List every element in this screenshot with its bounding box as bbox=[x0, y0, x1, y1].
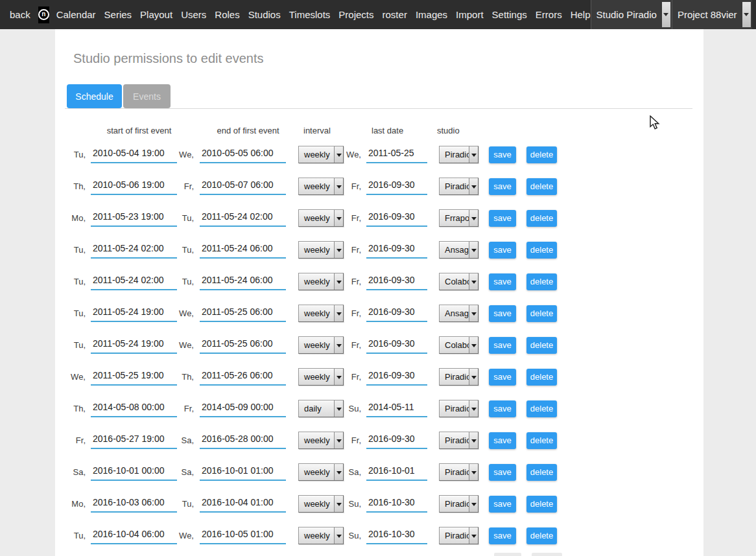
delete-button[interactable]: delete bbox=[526, 273, 557, 290]
tab-events[interactable]: Events bbox=[123, 84, 171, 108]
dropdown-arrow-icon[interactable] bbox=[334, 273, 343, 290]
app-logo-icon[interactable]: n bbox=[38, 6, 49, 23]
interval-select[interactable]: weekly bbox=[298, 432, 344, 449]
studio-row-select[interactable]: Colabo bbox=[439, 336, 478, 354]
studio-row-select[interactable]: Piradio bbox=[439, 146, 478, 163]
dropdown-arrow-icon[interactable] bbox=[334, 527, 343, 544]
studio-row-select[interactable]: Piradio bbox=[439, 495, 478, 513]
start-datetime-input[interactable] bbox=[91, 242, 177, 259]
dropdown-arrow-icon[interactable] bbox=[469, 464, 478, 480]
dropdown-arrow-icon[interactable] bbox=[334, 305, 343, 321]
save-button[interactable]: save bbox=[489, 400, 516, 417]
interval-select[interactable]: daily bbox=[298, 400, 344, 417]
last-date-input[interactable] bbox=[366, 496, 427, 513]
end-datetime-input[interactable] bbox=[200, 242, 286, 259]
delete-button[interactable]: delete bbox=[526, 210, 557, 227]
studio-row-select[interactable]: Colabo bbox=[439, 273, 478, 290]
nav-item-series[interactable]: Series bbox=[104, 9, 132, 20]
end-datetime-input[interactable] bbox=[200, 210, 286, 227]
start-datetime-input[interactable] bbox=[91, 273, 177, 290]
save-button[interactable]: save bbox=[489, 496, 516, 513]
interval-select[interactable]: weekly bbox=[298, 241, 344, 259]
dropdown-arrow-icon[interactable] bbox=[334, 146, 343, 163]
delete-button[interactable]: delete bbox=[526, 400, 557, 417]
start-datetime-input[interactable] bbox=[91, 464, 177, 481]
interval-select[interactable]: weekly bbox=[298, 368, 344, 386]
end-datetime-input[interactable] bbox=[200, 273, 286, 290]
last-date-input[interactable] bbox=[366, 527, 427, 544]
interval-select[interactable]: weekly bbox=[298, 495, 344, 513]
delete-button[interactable]: delete bbox=[526, 305, 557, 322]
dropdown-arrow-icon[interactable] bbox=[469, 496, 478, 512]
nav-item-import[interactable]: Import bbox=[456, 9, 484, 20]
delete-button[interactable]: delete bbox=[526, 242, 557, 259]
tab-schedule[interactable]: Schedule bbox=[67, 84, 122, 108]
studio-row-select[interactable]: Frrapo bbox=[439, 209, 478, 227]
nav-item-users[interactable]: Users bbox=[181, 9, 206, 20]
studio-row-select[interactable]: Ansage bbox=[439, 241, 478, 259]
nav-item-roles[interactable]: Roles bbox=[215, 9, 239, 20]
end-datetime-input[interactable] bbox=[200, 178, 286, 195]
start-datetime-input[interactable] bbox=[91, 210, 177, 227]
delete-button[interactable]: delete bbox=[526, 178, 557, 195]
start-datetime-input[interactable] bbox=[91, 178, 177, 195]
delete-button[interactable]: delete bbox=[526, 146, 557, 163]
nav-item-roster[interactable]: roster bbox=[383, 9, 407, 20]
end-datetime-input[interactable] bbox=[200, 527, 286, 544]
dropdown-arrow-icon[interactable] bbox=[469, 337, 478, 353]
dropdown-arrow-icon[interactable] bbox=[469, 146, 478, 163]
dropdown-arrow-icon[interactable] bbox=[469, 432, 478, 448]
save-button[interactable]: save bbox=[489, 369, 516, 386]
end-datetime-input[interactable] bbox=[200, 146, 286, 163]
interval-select[interactable]: weekly bbox=[298, 273, 344, 290]
dropdown-arrow-icon[interactable] bbox=[334, 210, 343, 226]
interval-select[interactable]: weekly bbox=[298, 146, 344, 163]
save-button[interactable]: save bbox=[489, 273, 516, 290]
studio-row-select[interactable]: Piradio bbox=[439, 368, 478, 386]
dropdown-arrow-icon[interactable] bbox=[469, 178, 478, 194]
start-datetime-input[interactable] bbox=[91, 369, 177, 386]
nav-item-images[interactable]: Images bbox=[416, 9, 447, 20]
end-datetime-input[interactable] bbox=[200, 432, 286, 449]
dropdown-arrow-icon[interactable] bbox=[469, 273, 478, 290]
last-date-input[interactable] bbox=[366, 210, 427, 227]
save-button[interactable]: save bbox=[489, 432, 516, 449]
dropdown-arrow-icon[interactable] bbox=[469, 242, 478, 258]
project-select[interactable]: Project 88vier bbox=[672, 0, 752, 29]
delete-button[interactable]: delete bbox=[526, 432, 557, 449]
dropdown-arrow-icon[interactable] bbox=[469, 210, 478, 226]
interval-select[interactable]: weekly bbox=[298, 305, 344, 322]
end-datetime-input[interactable] bbox=[200, 464, 286, 481]
save-button[interactable]: save bbox=[489, 527, 516, 544]
delete-button[interactable]: delete bbox=[526, 527, 557, 544]
interval-select[interactable]: weekly bbox=[298, 463, 344, 481]
nav-item-settings[interactable]: Settings bbox=[492, 9, 527, 20]
nav-item-timeslots[interactable]: Timeslots bbox=[289, 9, 331, 20]
studio-row-select[interactable]: Piradio bbox=[439, 178, 478, 195]
last-date-input[interactable] bbox=[366, 178, 427, 195]
last-date-input[interactable] bbox=[366, 369, 427, 386]
dropdown-arrow-icon[interactable] bbox=[469, 369, 478, 385]
last-date-input[interactable] bbox=[366, 242, 427, 259]
last-date-input[interactable] bbox=[366, 432, 427, 449]
save-button[interactable]: save bbox=[489, 337, 516, 354]
studio-row-select[interactable]: Piradio bbox=[439, 400, 478, 417]
delete-button[interactable]: delete bbox=[526, 464, 557, 481]
nav-item-projects[interactable]: Projects bbox=[338, 9, 373, 20]
studio-select[interactable]: Studio Piradio bbox=[591, 0, 672, 29]
start-datetime-input[interactable] bbox=[91, 527, 177, 544]
last-date-input[interactable] bbox=[366, 273, 427, 290]
dropdown-arrow-icon[interactable] bbox=[334, 400, 343, 417]
start-datetime-input[interactable] bbox=[91, 432, 177, 449]
dropdown-arrow-icon[interactable] bbox=[334, 242, 343, 258]
start-datetime-input[interactable] bbox=[91, 496, 177, 513]
save-button[interactable]: save bbox=[489, 210, 516, 227]
save-button[interactable]: save bbox=[489, 146, 516, 163]
back-link[interactable]: back bbox=[10, 9, 30, 20]
start-datetime-input[interactable] bbox=[91, 305, 177, 322]
studio-row-select[interactable]: Piradio bbox=[439, 463, 478, 481]
delete-button[interactable]: delete bbox=[526, 337, 557, 354]
dropdown-arrow-icon[interactable] bbox=[334, 337, 343, 353]
dropdown-arrow-icon[interactable] bbox=[742, 2, 751, 27]
last-date-input[interactable] bbox=[366, 337, 427, 354]
